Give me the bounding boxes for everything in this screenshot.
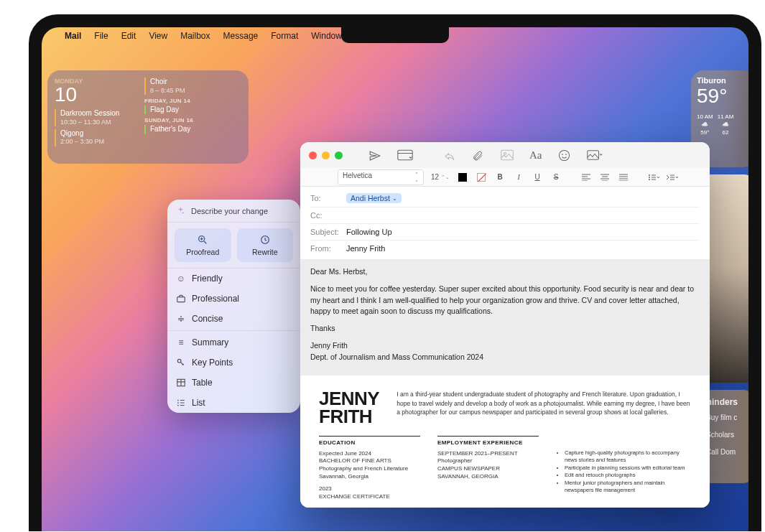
transform-list[interactable]: List <box>167 393 300 413</box>
align-center-icon[interactable] <box>599 174 611 181</box>
format-bar[interactable]: Helvetica⌃⌄ 12 ⌃⌄ B I U S <box>300 168 710 187</box>
reply-icon[interactable] <box>443 149 455 161</box>
transform-summary[interactable]: ≡Summary <box>167 332 300 353</box>
menubar-edit[interactable]: Edit <box>121 31 136 41</box>
writing-tools-panel: Describe your change Proofread Rewrite ☺… <box>167 200 300 413</box>
event-time: 2:00 – 3:30 PM <box>60 138 137 146</box>
svg-point-10 <box>177 400 179 401</box>
style-professional[interactable]: Professional <box>167 289 300 309</box>
rewrite-button[interactable]: Rewrite <box>237 228 294 262</box>
svg-point-11 <box>177 402 179 403</box>
from-value[interactable]: Jenny Frith <box>346 244 385 253</box>
recipient-pill[interactable]: Andi Herbst⌄ <box>346 193 402 203</box>
table-icon <box>176 378 186 388</box>
body-greeting: Dear Ms. Herbst, <box>310 266 700 278</box>
event-time: 8 – 8:45 PM <box>150 87 241 95</box>
photo-browser-icon[interactable] <box>501 149 512 161</box>
cc-field-row[interactable]: Cc: <box>310 207 700 224</box>
body-signature-dept: Dept. of Journalism and Mass Communicati… <box>310 352 700 363</box>
italic-icon[interactable]: I <box>513 173 524 181</box>
svg-rect-23 <box>588 151 599 160</box>
svg-point-6 <box>177 359 181 363</box>
subject-label: Subject: <box>310 228 346 236</box>
svg-rect-18 <box>501 150 514 160</box>
menubar-format[interactable]: Format <box>271 31 298 41</box>
resume-edu-heading: EDUCATION <box>319 436 420 446</box>
keypoints-icon <box>176 358 186 368</box>
body-signature-name: Jenny Frith <box>310 340 700 352</box>
resume-attachment[interactable]: JENNY FRITH I am a third-year student un… <box>300 375 710 508</box>
subject-field-row[interactable]: Subject: Following Up <box>310 224 700 241</box>
bg-color-icon[interactable] <box>476 173 487 182</box>
transform-keypoints[interactable]: Key Points <box>167 353 300 373</box>
mail-compose-window: Aa Helvetica⌃⌄ 12 ⌃⌄ B I U S <box>300 142 710 508</box>
menubar-message[interactable]: Message <box>223 31 259 41</box>
align-left-icon[interactable] <box>580 174 592 181</box>
indent-dropdown-icon[interactable] <box>667 174 678 181</box>
media-dropdown-icon[interactable] <box>587 149 598 161</box>
to-field-row[interactable]: To: Andi Herbst⌄ <box>310 190 700 207</box>
event-name: Father's Day <box>150 125 241 134</box>
chevron-down-icon[interactable]: ⌄ <box>392 195 397 202</box>
body-paragraph: Nice to meet you for coffee yesterday. S… <box>310 284 700 317</box>
menubar-view[interactable]: View <box>149 31 167 41</box>
briefcase-icon <box>176 294 186 304</box>
event-name: Choir <box>150 78 241 87</box>
resume-bullets: Capture high-quality photographs to acco… <box>556 449 691 495</box>
from-label: From: <box>310 244 346 253</box>
writing-tools-header[interactable]: Describe your change <box>167 200 300 223</box>
mail-titlebar[interactable]: Aa <box>300 142 710 168</box>
svg-point-12 <box>177 405 179 406</box>
weather-temp: 59° <box>697 85 748 108</box>
resume-intro: I am a third-year student undergraduate … <box>397 390 691 425</box>
menubar-mailbox[interactable]: Mailbox <box>180 31 210 41</box>
svg-point-38 <box>649 179 650 180</box>
summary-icon: ≡ <box>176 337 186 347</box>
concise-icon: ≑ <box>176 314 186 324</box>
proofread-button[interactable]: Proofread <box>175 228 231 262</box>
format-icon[interactable]: Aa <box>529 149 541 161</box>
resume-name: FRITH <box>319 408 379 426</box>
calendar-day-label: MONDAY <box>55 78 137 85</box>
cc-label: Cc: <box>310 211 346 220</box>
subject-value[interactable]: Following Up <box>346 228 392 236</box>
svg-point-21 <box>562 154 563 155</box>
style-friendly[interactable]: ☺Friendly <box>167 269 300 289</box>
smile-icon: ☺ <box>176 274 186 284</box>
list-dropdown-icon[interactable] <box>648 174 659 181</box>
font-size-select[interactable]: 12 ⌃⌄ <box>431 173 450 181</box>
event-name: Flag Day <box>150 106 241 115</box>
from-field-row[interactable]: From: Jenny Frith <box>310 241 700 256</box>
emoji-icon[interactable] <box>558 149 570 161</box>
minimize-button[interactable] <box>322 151 330 159</box>
event-name: Darkroom Session <box>60 109 137 118</box>
zoom-button[interactable] <box>335 151 343 159</box>
svg-rect-5 <box>177 297 185 302</box>
svg-line-1 <box>204 241 206 243</box>
strike-icon[interactable]: S <box>550 173 562 181</box>
calendar-widget[interactable]: MONDAY 10 Darkroom Session 10:30 – 11:30… <box>47 70 249 164</box>
bold-icon[interactable]: B <box>494 173 506 181</box>
send-icon[interactable] <box>368 149 380 161</box>
transform-table[interactable]: Table <box>167 373 300 393</box>
weather-hour: 11 AM ☁️ 62 <box>718 112 734 137</box>
calendar-date-number: 10 <box>55 85 137 105</box>
writing-tools-header-label: Describe your change <box>191 207 268 215</box>
calendar-section-label: FRIDAY, JUN 14 <box>144 98 241 104</box>
text-color-icon[interactable] <box>457 173 468 182</box>
svg-point-36 <box>649 174 650 176</box>
menubar-file[interactable]: File <box>94 31 108 41</box>
font-select[interactable]: Helvetica⌃⌄ <box>338 169 424 185</box>
align-justify-icon[interactable] <box>618 174 629 181</box>
close-button[interactable] <box>309 151 317 159</box>
header-fields-icon[interactable] <box>397 149 409 161</box>
menubar-app-name[interactable]: Mail <box>65 31 81 41</box>
style-concise[interactable]: ≑Concise <box>167 309 300 329</box>
sparkle-icon <box>176 206 185 215</box>
menubar-window[interactable]: Window <box>311 31 342 41</box>
underline-icon[interactable]: U <box>532 173 543 181</box>
to-label: To: <box>310 194 346 202</box>
attach-icon[interactable] <box>472 149 483 161</box>
mail-body[interactable]: Dear Ms. Herbst, Nice to meet you for co… <box>300 259 710 375</box>
list-icon <box>176 398 186 408</box>
